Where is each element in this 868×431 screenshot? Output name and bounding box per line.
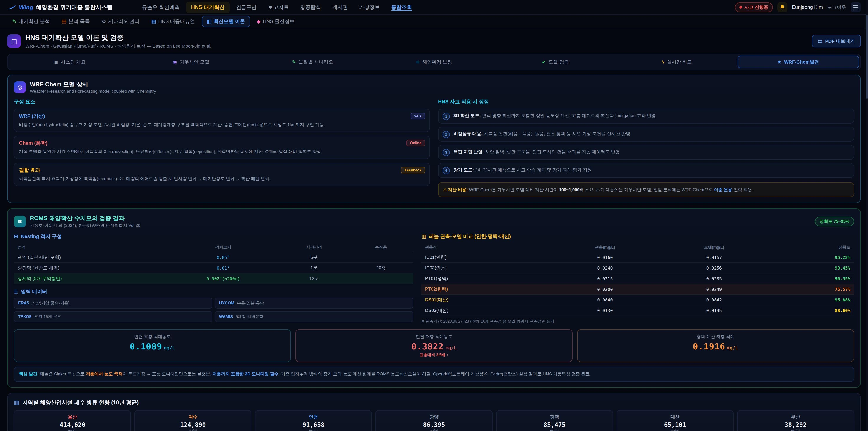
- region-value: 38,292: [740, 421, 851, 428]
- tab-label: WRF-Chem발전: [784, 59, 819, 65]
- cell-region: 중간역 (한반도 해역): [18, 265, 170, 271]
- region-value: 124,890: [138, 421, 248, 428]
- brand-title: 해양환경 위기대응 통합시스템: [36, 4, 113, 11]
- metric-incheon-bottom: 인천 저층 최대농도 0.3822mg/L 표층대비 3.5배 ↑: [296, 329, 572, 362]
- menu-toggle-button[interactable]: [851, 2, 861, 12]
- wave-icon: ≋: [416, 59, 420, 65]
- components-heading: 구성 요소: [14, 98, 430, 105]
- component-chem: Chem (화학) Online 기상 모델과 동일한 시간 스텝에서 화학종의…: [14, 135, 430, 159]
- input-chip-hycom: HYCOM수온·염분·유속: [215, 298, 413, 308]
- tab-substance-scenario[interactable]: ✎물질별 시나리오: [252, 56, 373, 68]
- main-menu: 유출유 확산예측 HNS·대기확산 긴급구난 보고자료 항공탐색 게시판 기상정…: [137, 2, 735, 13]
- page-subtitle: WRF-Chem · Gaussian Plume/Puff · ROMS · …: [25, 43, 211, 49]
- nav-item-board[interactable]: 게시판: [327, 2, 353, 13]
- phenol-table-note: ※ 관측기간: 2023.06.27~28 / 전체 10개 관측점 중 모델 …: [421, 319, 854, 324]
- page-title: HNS 대기확산 모델 이론 및 검증: [25, 33, 211, 42]
- metric-label: 평택·대산 저층 최대: [582, 334, 849, 340]
- page-scrollbar-thumb[interactable]: [866, 15, 868, 98]
- page-icon: ◫: [7, 34, 21, 48]
- advantages-heading: HNS 사고 적용 시 장점: [438, 98, 854, 105]
- notifications-button[interactable]: [777, 2, 787, 12]
- pdf-export-button[interactable]: ▤ PDF 내보내기: [812, 35, 861, 48]
- subnav-item-model-theory[interactable]: ◧ 확산모델 이론: [202, 16, 250, 27]
- gear-icon: ⚙: [101, 19, 106, 24]
- tab-system-overview[interactable]: ▣시스템 개요: [9, 56, 130, 68]
- metric-label: 인천 저층 최대농도: [301, 334, 567, 340]
- tab-marine-correction[interactable]: ≋해양환경 보정: [373, 56, 495, 68]
- component-name: WRF (기상): [19, 113, 45, 120]
- feedback-badge: Feedback: [401, 167, 425, 173]
- nav-item-integrated-search[interactable]: 통합조회: [386, 2, 417, 13]
- incident-status-badge[interactable]: 사고 진행중: [735, 2, 773, 12]
- list-icon: ▤: [62, 19, 66, 24]
- tab-wrf-chem-advance[interactable]: ★WRF-Chem발전: [738, 56, 859, 68]
- region-stat-daesan: 대산 65,101 m³/일 246 kg/일: [617, 410, 734, 431]
- table-row: 중간역 (한반도 해역) 0.01° 1분 20층: [14, 263, 413, 274]
- advantage-lead: 비정상류 대응:: [454, 131, 483, 136]
- metric-incheon-surface: 인천 표층 최대농도 0.1089mg/L: [14, 329, 291, 362]
- advantage-lead: 복잡 지형 반영:: [454, 149, 484, 154]
- cell-accuracy: 75.57%: [769, 287, 850, 292]
- table-header-row: 관측점 관측(mg/L) 모델(mg/L) 정확도: [421, 243, 854, 252]
- logout-button[interactable]: 로그아웃: [827, 4, 846, 10]
- incident-dot-icon: [739, 6, 742, 8]
- region-unit: m³/일: [17, 429, 128, 431]
- metric-unit: mg/L: [164, 345, 175, 350]
- phenol-heading: ▥ 페놀 관측-모델 비교 (인천·평택·대산): [421, 233, 854, 240]
- wrf-card-title: WRF-Chem 모델 상세: [30, 81, 156, 88]
- nav-item-aerial-search[interactable]: 항공탐색: [295, 2, 326, 13]
- metric-subnote: 표층대비 3.5배 ↑: [301, 352, 567, 358]
- region-stat-gwangyang: 광양 86,395 m³/일 741 kg/일: [375, 410, 492, 431]
- concentration-metrics: 인천 표층 최대농도 0.1089mg/L 인천 저층 최대농도 0.3822m…: [14, 329, 854, 362]
- nesting-column: ⊞ Nesting 격자 구성 영역 격자크기 시간간격 수직층 광역 (일본·…: [14, 233, 413, 324]
- subnav-item-scenario-management[interactable]: ⚙ 시나리오 관리: [96, 16, 145, 27]
- wrf-components-column: 구성 요소 WRF (기상) v4.x 비정수압(non-hydrostatic…: [14, 98, 430, 197]
- input-data-icon: ≣: [14, 288, 18, 295]
- wrf-advantages-column: HNS 사고 적용 시 장점 1 3D 확산 모드:연직 방향 확산까지 포함한…: [438, 98, 854, 197]
- nav-item-oil-spill[interactable]: 유출유 확산예측: [137, 2, 185, 13]
- region-name: 평택: [499, 414, 610, 420]
- cell-step: 5분: [276, 254, 352, 260]
- tab-model-validation[interactable]: ✔모델 검증: [495, 56, 616, 68]
- nav-item-reports[interactable]: 보고자료: [263, 2, 294, 13]
- region-value: 85,475: [499, 421, 610, 428]
- section-tab-bar: ▣시스템 개요 ◉가우시안 모델 ✎물질별 시나리오 ≋해양환경 보정 ✔모델 …: [7, 54, 861, 70]
- input-desc: 조위 15개 분조: [34, 314, 61, 319]
- cell-station: DS03(대산): [425, 307, 550, 313]
- brand-logo[interactable]: Wing 해양환경 위기대응 통합시스템: [7, 4, 113, 11]
- metric-value: 0.3822: [411, 341, 443, 351]
- subnav-item-hns-substance-info[interactable]: ◆ HNS 물질정보: [252, 16, 300, 27]
- subnav-item-analysis-list[interactable]: ▤ 분석 목록: [57, 16, 95, 27]
- pdf-export-label: PDF 내보내기: [825, 38, 855, 44]
- cell-grid: 0.01°: [170, 266, 276, 271]
- tab-label: 가우시안 모델: [180, 59, 210, 65]
- number-badge: 1: [442, 113, 450, 120]
- document-icon: ▤: [818, 38, 822, 44]
- advantage-text: 24~72시간 예측으로 사고 수습 계획 및 장기 피해 평가 지원: [475, 167, 592, 172]
- nav-item-hns-dispersion[interactable]: HNS·대기확산: [186, 2, 230, 13]
- advantage-item: 4 장기 모드:24~72시간 예측으로 사고 수습 계획 및 장기 피해 평가…: [438, 163, 854, 178]
- nav-item-weather[interactable]: 기상정보: [354, 2, 385, 13]
- roms-card-header: ≋ ROMS 해양확산 수치모의 검증 결과 김정호·이문진 외 (2024),…: [14, 214, 854, 228]
- table-row-warning: PT02(평택) 0.0200 0.0249 75.57%: [421, 284, 854, 295]
- check-icon: ✔: [542, 59, 546, 65]
- input-chip-wamis: WAMIS5대강 일별유량: [215, 311, 413, 322]
- nav-item-emergency-rescue[interactable]: 긴급구난: [231, 2, 262, 13]
- lightning-icon: ϟ: [662, 59, 664, 65]
- table-row: DS01(대산) 0.0840 0.0842 95.88%: [421, 295, 854, 305]
- inputs-heading: ≣ 입력 데이터: [14, 288, 413, 295]
- page-header-left: ◫ HNS 대기확산 모델 이론 및 검증 WRF-Chem · Gaussia…: [7, 33, 211, 49]
- component-name: Chem (화학): [19, 140, 48, 147]
- advantage-text: 해안 절벽, 항만 구조물, 인접 도시의 건물 효과를 지형 데이터로 반영: [485, 149, 620, 154]
- tab-gaussian-model[interactable]: ◉가우시안 모델: [130, 56, 252, 68]
- cell-model: 0.0249: [659, 287, 769, 292]
- cell-accuracy: 95.88%: [769, 298, 850, 302]
- tab-realtime-comparison[interactable]: ϟ실시간 비교: [616, 56, 738, 68]
- cell-station: IC03(인천): [425, 265, 550, 271]
- cell-accuracy: 90.55%: [769, 276, 850, 281]
- subnav-item-hns-manual[interactable]: ▦ HNS 대응매뉴얼: [146, 16, 200, 27]
- table-row-highlight: 상세역 (5개 무역항만) 0.002°(≈200m) 12초: [14, 274, 413, 284]
- region-stat-ulsan: 울산 414,620 m³/일 1,837 kg/일: [14, 410, 131, 431]
- subnav-item-dispersion-analysis[interactable]: ✎ 대기확산 분석: [7, 16, 55, 27]
- roms-card-title: ROMS 해양확산 수치모의 검증 결과: [30, 214, 141, 222]
